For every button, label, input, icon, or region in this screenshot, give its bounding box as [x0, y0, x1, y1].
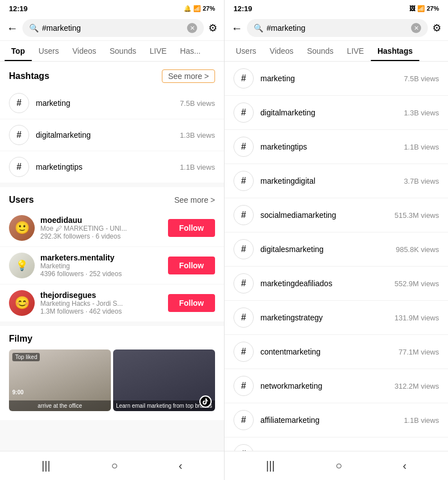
username-marketers-mentality: marketers.mentality — [40, 253, 162, 262]
back-button-left[interactable]: ← — [7, 22, 18, 35]
videos-title: Filmy — [0, 326, 224, 349]
home-btn-left[interactable]: ○ — [111, 459, 118, 472]
tabs-left: Top Users Videos Sounds LIVE Has... — [0, 41, 224, 62]
tab-hashtags-right[interactable]: Hashtags — [371, 41, 419, 61]
search-bar-left: ← 🔍 #marketing ✕ ⚙ — [0, 16, 224, 41]
follow-button-marketers-mentality[interactable]: Follow — [168, 257, 215, 274]
hashtag-item-marketingtips[interactable]: # marketingtips 1.1B views — [0, 151, 224, 183]
search-input-wrap-right[interactable]: 🔍 #marketing ✕ — [247, 19, 428, 37]
ht-name-5: digitalesmarketing — [260, 245, 389, 254]
hashtag-list-section: # marketing 7.5B views # digitalmarketin… — [225, 62, 448, 451]
tab-sounds-right[interactable]: Sounds — [300, 41, 340, 61]
ht-item-8[interactable]: # contentmarketing 77.1M views — [225, 335, 448, 369]
home-btn-right[interactable]: ○ — [335, 459, 342, 472]
ht-views-3: 3.7B views — [404, 177, 439, 185]
ht-name-9: networkmarketing — [260, 381, 388, 390]
user-item-marketers-mentality[interactable]: 💡 marketers.mentality Marketing 4396 fol… — [0, 247, 224, 285]
ht-hash-icon-8: # — [234, 342, 254, 362]
ht-hash-icon-2: # — [234, 137, 254, 157]
tab-users-right[interactable]: Users — [229, 41, 263, 61]
avatar-thejordisegues: 😊 — [9, 290, 35, 316]
ht-item-5[interactable]: # digitalesmarketing 985.8K views — [225, 232, 448, 267]
video-overlay-1: arrive at the office — [9, 400, 111, 411]
tab-live-left[interactable]: LIVE — [143, 41, 173, 61]
tab-top[interactable]: Top — [4, 41, 32, 61]
filter-icon-left[interactable]: ⚙ — [208, 22, 217, 34]
tab-users-left[interactable]: Users — [32, 41, 66, 61]
bottom-nav-left: ||| ○ ‹ — [0, 451, 224, 480]
wifi-icon-right: 📶 — [417, 5, 425, 12]
search-bar-right: ← 🔍 #marketing ✕ ⚙ — [225, 16, 448, 41]
ht-item-0[interactable]: # marketing 7.5B views — [225, 62, 448, 96]
user-info-marketers-mentality: marketers.mentality Marketing 4396 follo… — [40, 253, 162, 278]
ht-hash-icon-6: # — [234, 273, 254, 293]
hashtags-see-more[interactable]: See more > — [162, 69, 215, 83]
ht-hash-icon-4: # — [234, 205, 254, 225]
ht-item-3[interactable]: # marketingdigital 3.7B views — [225, 164, 448, 198]
hashtag-views-2: 1.3B views — [180, 131, 215, 139]
username-thejordisegues: thejordisegues — [40, 291, 162, 300]
ht-item-9[interactable]: # networkmarketing 312.2M views — [225, 369, 448, 403]
ht-hash-icon-5: # — [234, 239, 254, 259]
ht-item-11[interactable]: # strategiemarketing 34.3M views — [225, 437, 448, 451]
ht-name-7: marketingstrategy — [260, 313, 388, 322]
bio-thejordisegues: Marketing Hacks - Jordi S... — [40, 300, 162, 307]
menu-btn-right[interactable]: ||| — [266, 459, 275, 472]
hashtag-name-3: marketingtips — [36, 162, 173, 171]
user-item-moedidauu[interactable]: 🙂 moedidauu Moe 🖊 MARKETING - UNI... 292… — [0, 209, 224, 247]
back-nav-left[interactable]: ‹ — [179, 459, 183, 472]
search-clear-left[interactable]: ✕ — [187, 23, 197, 33]
ht-item-1[interactable]: # digitalmarketing 1.3B views — [225, 96, 448, 130]
ht-item-7[interactable]: # marketingstrategy 131.9M views — [225, 301, 448, 335]
hash-icon-3: # — [9, 157, 29, 177]
tabs-right: Users Videos Sounds LIVE Hashtags — [225, 41, 448, 62]
ht-item-6[interactable]: # marketingdeafiliados 552.9M views — [225, 267, 448, 301]
user-info-thejordisegues: thejordisegues Marketing Hacks - Jordi S… — [40, 291, 162, 315]
tab-videos-right[interactable]: Videos — [263, 41, 301, 61]
user-info-moedidauu: moedidauu Moe 🖊 MARKETING - UNI... 292.3… — [40, 216, 162, 240]
ht-hash-icon-9: # — [234, 376, 254, 396]
search-clear-right[interactable]: ✕ — [411, 23, 421, 33]
ht-hash-icon-10: # — [234, 410, 254, 430]
hashtags-header: Hashtags See more > — [0, 62, 224, 87]
tab-sounds-left[interactable]: Sounds — [103, 41, 143, 61]
hash-icon-2: # — [9, 125, 29, 145]
back-nav-right[interactable]: ‹ — [403, 459, 407, 472]
ht-hash-icon-7: # — [234, 307, 254, 328]
status-bar-left: 12:19 🔔 📶 27% — [0, 0, 224, 16]
ht-item-10[interactable]: # affiliatemarketing 1.1B views — [225, 403, 448, 437]
hashtag-item-marketing[interactable]: # marketing 7.5B views — [0, 87, 224, 119]
videos-section: Filmy Top liked 9:00 arrive at the offic… — [0, 326, 224, 420]
video-badge-1: Top liked — [12, 353, 40, 361]
back-button-right[interactable]: ← — [231, 22, 242, 35]
hashtag-views-1: 7.5B views — [180, 99, 215, 108]
menu-btn-left[interactable]: ||| — [41, 459, 50, 472]
hashtag-item-digitalmarketing[interactable]: # digitalmarketing 1.3B views — [0, 119, 224, 151]
avatar-marketers-mentality: 💡 — [9, 253, 35, 278]
search-input-wrap-left[interactable]: 🔍 #marketing ✕ — [22, 19, 204, 37]
tab-videos-left[interactable]: Videos — [66, 41, 103, 61]
video-thumb-1[interactable]: Top liked 9:00 arrive at the office — [9, 349, 111, 411]
video-grid: Top liked 9:00 arrive at the office Lear… — [0, 349, 224, 420]
ht-views-6: 552.9M views — [395, 279, 439, 288]
search-query-right: #marketing — [267, 24, 408, 32]
hashtags-section: Hashtags See more > # marketing 7.5B vie… — [0, 62, 224, 183]
status-icons-right: 🖼 📶 27% — [409, 5, 439, 12]
ht-item-2[interactable]: # marketingtips 1.1B views — [225, 130, 448, 164]
follow-button-moedidauu[interactable]: Follow — [168, 219, 215, 237]
alarm-icon: 🔔 — [184, 5, 192, 12]
ht-hash-icon-0: # — [234, 68, 254, 88]
follow-button-thejordisegues[interactable]: Follow — [168, 294, 215, 312]
content-right: # marketing 7.5B views # digitalmarketin… — [225, 62, 448, 451]
hashtag-name-1: marketing — [36, 99, 173, 108]
ht-name-1: digitalmarketing — [260, 108, 397, 117]
user-item-thejordisegues[interactable]: 😊 thejordisegues Marketing Hacks - Jordi… — [0, 285, 224, 321]
filter-icon-right[interactable]: ⚙ — [432, 22, 441, 34]
users-see-more[interactable]: See more > — [174, 195, 215, 204]
tab-live-right[interactable]: LIVE — [340, 41, 371, 61]
bio-moedidauu: Moe 🖊 MARKETING - UNI... — [40, 225, 162, 232]
tab-has-left[interactable]: Has... — [174, 41, 208, 61]
ht-views-2: 1.1B views — [404, 143, 439, 151]
ht-item-4[interactable]: # socialmediamarketing 515.3M views — [225, 198, 448, 232]
video-thumb-2[interactable]: Learn email marketing from top brands — [113, 349, 215, 411]
